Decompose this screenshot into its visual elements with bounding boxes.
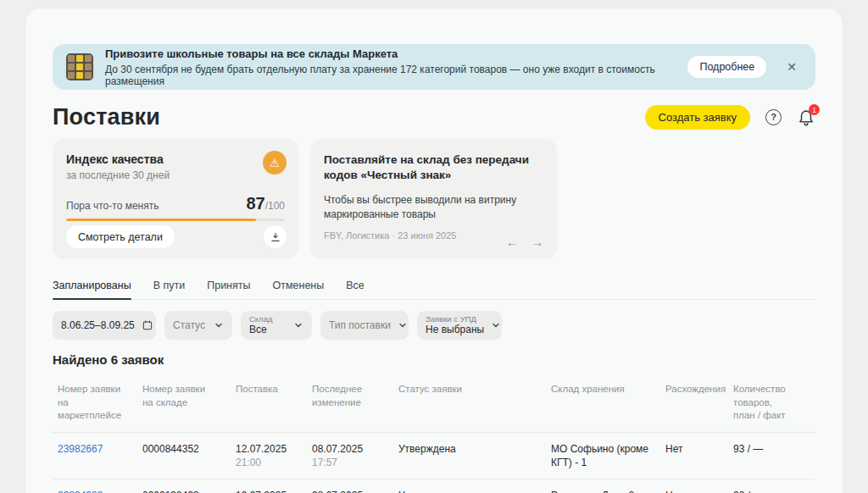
request-status: Утверждена Транзитный склад: СЦ Х-док Со…: [398, 489, 551, 493]
create-request-button[interactable]: Создать заявку: [645, 105, 751, 130]
calendar-icon: [142, 319, 153, 331]
page-header: Поставки Создать заявку ? 1: [53, 102, 815, 132]
status-filter-label: Статус: [173, 319, 205, 331]
quality-card-footer: Смотреть детали: [66, 225, 287, 248]
tab-cancelled[interactable]: Отменены: [273, 274, 325, 299]
upd-filter-value: Не выбраны: [426, 324, 484, 336]
changed-datetime: 08.07.202502:02: [312, 489, 398, 493]
quality-score: 87/100: [246, 195, 285, 212]
supply-type-filter-label: Тип поставки: [329, 319, 391, 331]
page-title: Поставки: [53, 104, 160, 130]
status-tabs: Запланированы В пути Приняты Отменены Вс…: [53, 274, 815, 300]
chevron-down-icon: [214, 320, 224, 330]
upd-filter-label: Заявки с УПД: [426, 315, 484, 324]
quality-status-text: Пора что-то менять: [66, 200, 159, 212]
warehouse-filter-value: Все: [249, 324, 273, 336]
col-header: Последнееизменение: [312, 383, 398, 423]
header-actions: Создать заявку ? 1: [645, 105, 816, 130]
promo-banner: Привозите школьные товары на все склады …: [53, 44, 815, 90]
tab-all[interactable]: Все: [346, 274, 364, 299]
news-title: Поставляйте на склад без передачи кодов …: [324, 152, 536, 183]
request-status: Утверждена: [398, 442, 551, 469]
download-icon[interactable]: [264, 225, 287, 248]
warehouse-request-id: 0000138433: [142, 489, 236, 493]
quality-index-card: Индекс качества за последние 30 дней ⚠ П…: [53, 139, 298, 259]
discrepancies: Нет: [665, 442, 733, 469]
col-header: Поставка: [236, 383, 312, 423]
col-header: Номер заявкина маркетплейсе: [58, 383, 142, 423]
col-header: Расхождения: [665, 383, 733, 423]
requests-table: Номер заявкина маркетплейсе Номер заявки…: [53, 374, 815, 493]
upd-filter[interactable]: Заявки с УПД Не выбраны: [417, 311, 502, 340]
supply-type-filter[interactable]: Тип поставки: [320, 311, 409, 340]
banner-title: Привозите школьные товары на все склады …: [105, 47, 676, 60]
main-panel: Привозите школьные товары на все склады …: [25, 8, 843, 493]
warning-icon: ⚠: [263, 151, 287, 174]
banner-subtitle: До 30 сентября не будем брать отдельную …: [105, 64, 676, 87]
quality-card-subtitle: за последние 30 дней: [66, 169, 285, 181]
warehouse-filter-label: Склад: [249, 315, 273, 324]
banner-text: Привозите школьные товары на все склады …: [105, 47, 676, 87]
request-link[interactable]: 23982667: [58, 443, 103, 455]
news-body: Чтобы вы быстрее выводили на витрину мар…: [324, 193, 544, 222]
cards-row: Индекс качества за последние 30 дней ⚠ П…: [53, 139, 815, 259]
quality-progress-fill: [66, 219, 256, 221]
date-range-filter[interactable]: 8.06.25–8.09.25: [53, 311, 156, 340]
tab-planned[interactable]: Запланированы: [53, 274, 131, 299]
view-details-button[interactable]: Смотреть детали: [66, 225, 175, 248]
banner-more-button[interactable]: Подробнее: [687, 56, 766, 78]
table-header-row: Номер заявкина маркетплейсе Номер заявки…: [53, 374, 815, 432]
col-header: Склад хранения: [551, 383, 665, 423]
quality-progress-track: [66, 219, 285, 221]
tab-in-transit[interactable]: В пути: [153, 274, 186, 299]
request-link[interactable]: 23824932 (ВРЦ-4970323): [58, 490, 129, 493]
changed-datetime: 08.07.202517:57: [312, 442, 398, 469]
table-row[interactable]: 23824932 (ВРЦ-4970323) 0000138433 10.07.…: [53, 479, 815, 493]
date-range-value: 8.06.25–8.09.25: [61, 319, 135, 331]
notifications-bell-icon[interactable]: 1: [797, 108, 815, 126]
col-header: Статус заявки: [398, 383, 551, 423]
filters-row: 8.06.25–8.09.25 Статус Склад Все Тип по: [53, 311, 815, 340]
chevron-down-icon: [398, 320, 408, 330]
results-count: Найдено 6 заявок: [53, 352, 815, 367]
col-header: Номер заявкина складе: [142, 383, 236, 423]
quality-score-row: Пора что-то менять 87/100: [66, 195, 285, 212]
prev-arrow-icon[interactable]: ←: [506, 235, 518, 249]
warehouse-request-id: 0000844352: [142, 442, 236, 469]
table-row[interactable]: 23982667 0000844352 12.07.202521:00 08.0…: [53, 432, 815, 479]
tab-accepted[interactable]: Приняты: [207, 274, 250, 299]
chevron-down-icon: [491, 320, 501, 330]
help-icon[interactable]: ?: [765, 109, 782, 125]
notification-badge: 1: [809, 104, 820, 115]
school-shelf-icon: [66, 53, 93, 80]
next-arrow-icon[interactable]: →: [531, 235, 543, 249]
discrepancies: Нет: [665, 489, 733, 493]
quantity: 20 / —: [733, 489, 815, 493]
chevron-down-icon: [293, 320, 303, 330]
news-pager: ← →: [506, 235, 543, 249]
storage-warehouse: МО Софьино (кроме КГТ) - 1: [551, 442, 665, 469]
warehouse-filter[interactable]: Склад Все: [241, 311, 312, 340]
news-card: Поставляйте на склад без передачи кодов …: [310, 139, 557, 259]
col-header: Количество товаров,план / факт: [733, 383, 815, 423]
close-icon[interactable]: ✕: [787, 60, 797, 74]
supply-datetime: 10.07.202522:00: [236, 489, 312, 493]
quality-score-max: /100: [265, 200, 285, 212]
storage-warehouse: Ростов-на-Дону-2: [551, 489, 665, 493]
status-filter[interactable]: Статус: [164, 311, 232, 340]
supply-datetime: 12.07.202521:00: [236, 442, 312, 469]
quality-card-title: Индекс качества: [66, 152, 285, 166]
quantity: 93 / —: [733, 442, 815, 469]
